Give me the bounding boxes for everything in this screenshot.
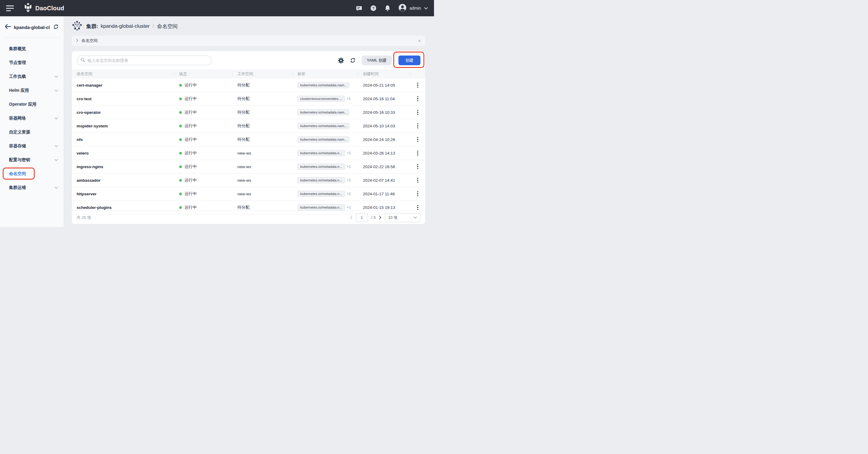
sidebar-item[interactable]: 节点管理 (0, 56, 64, 70)
sidebar-item[interactable]: 配置与密钥 (0, 153, 64, 167)
sidebar-item[interactable]: 命名空间 (0, 167, 64, 181)
sidebar-item[interactable]: 集群概览 (0, 42, 64, 56)
namespace-name[interactable]: ingress-nginx (76, 165, 103, 169)
row-actions-kebab-icon[interactable] (415, 177, 420, 184)
table-row: cro-operator 运行中 待分配 kubernetes.io/metad… (72, 106, 425, 119)
created-time: 2024-05-16 10:33 (363, 110, 395, 115)
row-actions-kebab-icon[interactable] (415, 163, 420, 171)
table-row: ingress-nginx 运行中 new-ws kubernetes.io/m… (72, 160, 425, 174)
row-actions-kebab-icon[interactable] (415, 190, 420, 198)
status-dot (179, 97, 182, 100)
table-row: ambassador 运行中 new-ws kubernetes.io/meta… (72, 174, 425, 187)
sidebar-item[interactable]: Operator 应用 (0, 97, 64, 111)
topbar: DaoCloud ? admin (0, 0, 434, 16)
message-icon[interactable] (356, 5, 362, 11)
table-row: mspider-system 运行中 待分配 kubernetes.io/met… (72, 119, 425, 133)
label-extra-count: +1 (347, 178, 351, 182)
tab-bar: 命名空间 × (72, 36, 425, 46)
sidebar-item[interactable]: 自定义资源 (0, 125, 64, 139)
sidebar-item[interactable]: Helm 应用 (0, 84, 64, 97)
yaml-create-button[interactable]: YAML 创建 (362, 56, 392, 65)
breadcrumb-separator: / (152, 23, 155, 29)
chevron-down-icon (54, 76, 58, 78)
menu-toggle-icon[interactable] (6, 5, 14, 11)
status-text: 运行中 (185, 177, 197, 183)
namespace-name[interactable]: cro-test (76, 96, 92, 101)
breadcrumb-cluster-name[interactable]: kpanda-global-cluster (101, 23, 150, 29)
row-actions-kebab-icon[interactable] (415, 136, 420, 143)
namespace-name[interactable]: ambassador (76, 178, 101, 182)
table-header: 命名空间 状态 工作空间 标签 创建时间 (72, 69, 425, 79)
page-size-select[interactable]: 10 项 (385, 213, 421, 222)
switch-cluster-icon[interactable] (53, 24, 59, 31)
row-actions-kebab-icon[interactable] (415, 109, 420, 116)
sidebar-item[interactable]: 容器存储 (0, 139, 64, 153)
status-text: 运行中 (185, 191, 197, 197)
table-row: httpserver 运行中 new-ws kubernetes.io/meta… (72, 187, 425, 201)
bell-icon[interactable] (384, 5, 391, 11)
main-area: 集群: kpanda-global-cluster / 命名空间 命名空间 × (64, 16, 434, 227)
divider (4, 37, 59, 38)
row-actions-kebab-icon[interactable] (415, 82, 420, 89)
column-workspace: 工作空间 (232, 71, 292, 77)
label-chip: kubernetes.io/metadata.nam... (298, 137, 349, 142)
label-extra-count: +1 (347, 165, 351, 169)
page-input[interactable]: 1 (356, 213, 368, 222)
created-time: 2024-01-15 19:13 (363, 205, 395, 210)
row-actions-kebab-icon[interactable] (415, 149, 420, 157)
column-namespace: 命名空间 (72, 71, 174, 77)
create-button[interactable]: 创建 (398, 56, 421, 65)
user-menu[interactable]: admin (398, 4, 428, 13)
sidebar-cluster-name: kpanda-global-cl... (14, 25, 50, 30)
gear-icon[interactable] (338, 57, 344, 64)
status-text: 运行中 (185, 96, 197, 102)
namespace-name[interactable]: nfs (76, 137, 83, 142)
tab-namespace[interactable]: 命名空间 (82, 38, 98, 44)
namespace-name[interactable]: scheduler-plugins (76, 205, 112, 210)
page-total: / 3 (371, 215, 375, 220)
next-page-icon[interactable] (379, 216, 381, 220)
expand-chevron-icon[interactable] (76, 38, 79, 44)
cluster-label: 集群: (86, 23, 98, 30)
namespace-name[interactable]: cro-operator (76, 110, 101, 115)
label-extra-count: +1 (347, 205, 351, 209)
table-footer: 共 25 项 1 / 3 10 项 (72, 211, 425, 224)
workspace-value: 待分配 (237, 205, 250, 210)
sidebar-item[interactable]: 工作负载 (0, 70, 64, 84)
sidebar-menu: 集群概览 节点管理 工作负载 Helm 应用 Operator 应用 (0, 39, 64, 195)
close-icon[interactable]: × (418, 38, 421, 44)
label-chip: kubernetes.io/metadata.n... (298, 164, 345, 170)
namespace-name[interactable]: velero (76, 151, 89, 155)
sidebar-item[interactable]: 集群运维 (0, 181, 64, 195)
namespace-name[interactable]: mspider-system (76, 124, 108, 128)
content-card: YAML 创建 创建 命名空间 状态 工作空间 标签 创建时间 (72, 51, 425, 224)
label-chip: kubernetes.io/metadata.n... (298, 177, 345, 183)
sidebar-item[interactable]: 容器网络 (0, 111, 64, 125)
workspace-value: 待分配 (237, 123, 250, 129)
row-actions-kebab-icon[interactable] (415, 122, 420, 130)
prev-page-icon[interactable] (350, 216, 352, 220)
status-text: 运行中 (185, 123, 197, 129)
row-actions-kebab-icon[interactable] (415, 95, 420, 103)
namespace-name[interactable]: httpserver (76, 192, 96, 196)
status-text: 运行中 (185, 205, 197, 210)
label-chip: kubernetes.io/metadata.nam... (298, 123, 349, 129)
back-icon[interactable] (5, 24, 11, 30)
table-row: velero 运行中 new-ws kubernetes.io/metadata… (72, 146, 425, 160)
table-row: cro-test 运行中 待分配 clusterresourceoverride… (72, 92, 425, 106)
sidebar-item-label: 配置与密钥 (9, 157, 30, 163)
chevron-down-icon (54, 187, 58, 189)
search-input[interactable] (88, 58, 208, 63)
sidebar-item-label: 集群运维 (9, 185, 26, 191)
refresh-icon[interactable] (350, 57, 356, 63)
namespace-name[interactable]: cert-manager (76, 83, 102, 88)
cluster-dots-icon (72, 21, 82, 32)
row-actions-kebab-icon[interactable] (415, 204, 420, 211)
column-created: 创建时间 (358, 71, 410, 77)
workspace-value: new-ws (237, 165, 251, 169)
created-time: 2024-01-17 11:46 (363, 192, 395, 196)
brand-name: DaoCloud (35, 5, 64, 12)
column-actions (410, 71, 425, 77)
sidebar-item-label: 自定义资源 (9, 130, 30, 135)
help-icon[interactable]: ? (370, 5, 377, 11)
